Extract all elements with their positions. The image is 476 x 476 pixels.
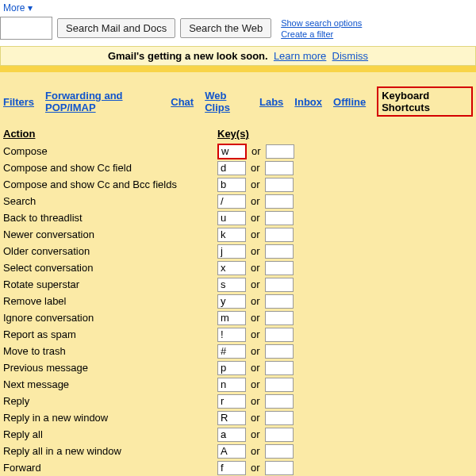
shortcut-key-input[interactable] — [217, 261, 246, 275]
shortcut-key-input[interactable] — [217, 194, 246, 209]
shortcut-action-label: Compose and show Cc field — [3, 162, 132, 174]
shortcut-key-input[interactable] — [217, 144, 247, 159]
or-label: or — [251, 245, 260, 257]
shortcut-key-input[interactable] — [217, 344, 246, 359]
shortcut-key-input[interactable] — [217, 328, 246, 342]
shortcut-alt-key-input[interactable] — [265, 161, 294, 175]
shortcut-alt-key-input[interactable] — [265, 361, 294, 375]
more-menu[interactable]: More ▾ — [3, 2, 33, 13]
tab-offline[interactable]: Offline — [333, 96, 366, 108]
shortcut-action-label: Newer conversation — [3, 228, 94, 240]
banner-bar — [0, 66, 476, 72]
show-search-options-link[interactable]: Show search options — [281, 17, 362, 29]
shortcut-key-input[interactable] — [217, 461, 246, 475]
shortcut-action-label: Move to trash — [3, 345, 66, 357]
or-label: or — [251, 412, 260, 424]
shortcut-alt-key-input[interactable] — [265, 328, 294, 342]
or-label: or — [251, 462, 260, 474]
shortcut-action-label: Reply all in a new window — [3, 445, 121, 457]
shortcut-alt-key-input[interactable] — [265, 178, 294, 192]
shortcut-key-input[interactable] — [217, 428, 246, 442]
banner-text: Gmail's getting a new look soon. — [108, 50, 268, 62]
or-label: or — [251, 328, 260, 340]
shortcut-action-label: Remove label — [3, 295, 67, 307]
or-label: or — [251, 178, 260, 190]
or-label: or — [251, 262, 260, 274]
shortcut-alt-key-input[interactable] — [265, 428, 294, 442]
or-label: or — [251, 195, 260, 207]
shortcut-key-input[interactable] — [217, 378, 246, 392]
shortcut-alt-key-input[interactable] — [265, 228, 294, 242]
shortcut-action-label: Select conversation — [3, 262, 93, 274]
shortcut-key-input[interactable] — [217, 311, 246, 325]
shortcut-key-input[interactable] — [217, 444, 246, 459]
new-look-banner: Gmail's getting a new look soon. Learn m… — [0, 46, 476, 66]
action-column-header: Action — [3, 128, 217, 143]
or-label: or — [251, 378, 260, 390]
shortcut-action-label: Ignore conversation — [3, 312, 94, 324]
shortcut-alt-key-input[interactable] — [265, 344, 294, 359]
banner-learn-more-link[interactable]: Learn more — [274, 50, 326, 62]
shortcut-action-label: Back to threadlist — [3, 212, 83, 224]
tab-chat[interactable]: Chat — [171, 96, 194, 108]
shortcut-alt-key-input[interactable] — [265, 394, 294, 409]
shortcut-alt-key-input[interactable] — [265, 194, 294, 209]
search-mail-button[interactable]: Search Mail and Docs — [57, 18, 175, 38]
shortcut-key-input[interactable] — [217, 411, 246, 425]
or-label: or — [251, 312, 260, 324]
shortcut-action-label: Search — [3, 195, 36, 207]
or-label: or — [251, 295, 260, 307]
shortcut-key-input[interactable] — [217, 244, 246, 259]
shortcut-action-label: Previous message — [3, 362, 88, 374]
or-label: or — [251, 428, 260, 440]
or-label: or — [251, 395, 260, 407]
tab-labs[interactable]: Labs — [259, 96, 283, 108]
banner-dismiss-link[interactable]: Dismiss — [332, 50, 369, 62]
shortcut-action-label: Reply in a new window — [3, 412, 108, 424]
shortcut-alt-key-input[interactable] — [265, 278, 294, 292]
shortcut-alt-key-input[interactable] — [265, 461, 294, 475]
or-label: or — [251, 362, 260, 374]
shortcut-action-label: Older conversation — [3, 245, 90, 257]
search-input[interactable] — [0, 17, 52, 40]
shortcut-alt-key-input[interactable] — [265, 294, 294, 309]
shortcut-action-label: Reply all — [3, 428, 43, 440]
shortcut-alt-key-input[interactable] — [265, 211, 294, 225]
shortcut-key-input[interactable] — [217, 394, 246, 409]
shortcut-key-input[interactable] — [217, 228, 246, 242]
shortcut-action-label: Compose — [3, 145, 48, 157]
create-filter-link[interactable]: Create a filter — [281, 29, 362, 40]
shortcut-action-label: Report as spam — [3, 328, 76, 340]
search-web-button[interactable]: Search the Web — [180, 18, 271, 38]
shortcut-key-input[interactable] — [217, 211, 246, 225]
or-label: or — [251, 278, 260, 290]
or-label: or — [251, 445, 260, 457]
tab-keyboard-shortcuts[interactable]: Keyboard Shortcuts — [377, 86, 473, 117]
or-label: or — [251, 228, 260, 240]
shortcut-alt-key-input[interactable] — [265, 244, 294, 259]
or-label: or — [251, 145, 261, 157]
tab-forwarding[interactable]: Forwarding and POP/IMAP — [45, 90, 159, 113]
shortcut-key-input[interactable] — [217, 161, 246, 175]
tab-web-clips[interactable]: Web Clips — [205, 90, 248, 113]
shortcut-key-input[interactable] — [217, 294, 246, 309]
shortcut-alt-key-input[interactable] — [265, 411, 294, 425]
shortcut-action-label: Rotate superstar — [3, 278, 79, 290]
or-label: or — [251, 212, 260, 224]
shortcut-action-label: Reply — [3, 395, 29, 407]
shortcut-action-label: Next message — [3, 378, 69, 390]
shortcut-alt-key-input[interactable] — [265, 378, 294, 392]
shortcut-alt-key-input[interactable] — [266, 144, 294, 159]
shortcut-alt-key-input[interactable] — [265, 311, 294, 325]
shortcut-key-input[interactable] — [217, 278, 246, 292]
shortcut-action-label: Compose and show Cc and Bcc fields — [3, 178, 177, 190]
shortcut-alt-key-input[interactable] — [265, 444, 294, 459]
or-label: or — [251, 345, 260, 357]
tab-inbox[interactable]: Inbox — [294, 96, 322, 108]
shortcut-key-input[interactable] — [217, 361, 246, 375]
keys-column-header: Key(s) — [217, 128, 473, 143]
shortcut-alt-key-input[interactable] — [265, 261, 294, 275]
tab-filters[interactable]: Filters — [3, 96, 34, 108]
shortcut-key-input[interactable] — [217, 178, 246, 192]
or-label: or — [251, 162, 260, 174]
